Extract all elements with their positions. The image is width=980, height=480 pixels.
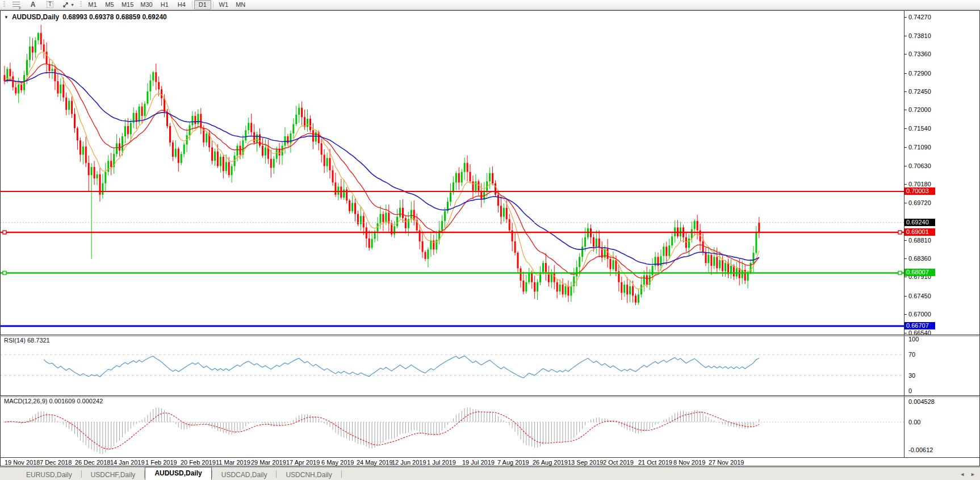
date-axis-label[interactable]: 26 Aug 2019 [533,459,568,466]
price-line-badge: 0.70003 [904,187,935,195]
tab-scroll-left-icon[interactable]: ◄ [960,471,965,477]
date-axis-label[interactable]: 7 Aug 2019 [497,459,529,466]
macd-signal-line [5,412,759,449]
price-axis-tick [904,73,907,74]
price-axis-label[interactable]: 0.69720 [908,199,931,206]
price-axis-label[interactable]: 0.70180 [908,181,931,187]
price-line-badge: 0.68007 [904,269,935,276]
rsi-value: 68.7321 [27,337,50,344]
price-axis-tick [904,203,907,203]
line-handle[interactable] [898,272,902,275]
chart-ohlc-values: 0.68993 0.69378 0.68859 0.69240 [62,13,167,21]
macd-axis-label: 0.004528 [908,398,935,405]
rsi-axis-label: 100 [908,336,919,343]
date-axis-label[interactable]: 13 Sep 2019 [568,459,603,466]
rsi-line [44,356,759,378]
price-axis-label[interactable]: 0.68360 [908,255,931,262]
price-chart-canvas[interactable] [0,0,980,480]
ma-fast-orange [5,52,759,289]
date-axis-label[interactable]: 24 May 2019 [357,459,393,466]
rsi-axis-label: 0 [908,387,912,394]
date-axis-label[interactable]: 1 Feb 2019 [145,459,177,466]
price-axis-label[interactable]: 0.74270 [908,14,931,20]
price-axis-tick [904,333,907,333]
price-axis-label[interactable]: 0.68810 [908,237,931,244]
price-axis-label[interactable]: 0.72900 [908,70,931,77]
tab-scroll-right-icon[interactable]: ► [970,471,975,477]
price-axis-label[interactable]: 0.73360 [908,51,931,57]
chart-title: ▼ AUDUSD,Daily 0.68993 0.69378 0.68859 0… [4,13,167,21]
price-axis-tick [904,314,907,315]
panel-borders [0,11,980,466]
symbol-tab-USDCAD[interactable]: USDCAD,Daily [212,470,277,480]
price-axis-label[interactable]: 0.72000 [908,106,931,113]
date-axis-label[interactable]: 2 Oct 2019 [603,459,634,466]
price-axis-tick [904,147,907,148]
symbol-tab-USDCNH[interactable]: USDCNH,Daily [277,470,341,480]
price-axis-tick [904,128,907,129]
date-axis-label[interactable]: 14 Jan 2019 [110,459,145,466]
price-axis-tick [904,91,907,92]
price-axis-tick [904,184,907,185]
ma-medium-red [5,64,759,279]
price-axis-label[interactable]: 0.72450 [908,88,931,95]
chart-symbol-label: AUDUSD,Daily [12,13,59,21]
date-axis-label[interactable]: 11 Mar 2019 [216,459,250,466]
macd-axis-label: 0.00 [908,419,920,425]
price-axis-tick [904,36,907,36]
macd-indicator-label: MACD(12,26,9) 0.001609 0.000242 [4,398,103,404]
date-axis-label[interactable]: 12 Jun 2019 [392,459,426,466]
ma-slow-blue [5,73,759,265]
price-axis-tick [904,296,907,297]
price-axis-label[interactable]: 0.71540 [908,125,931,132]
date-axis-label[interactable]: 29 Mar 2019 [251,459,286,466]
symbol-tab-bar: EURUSD,DailyUSDCHF,DailyAUDUSD,DailyUSDC… [0,467,980,480]
date-axis-label[interactable]: 27 Nov 2019 [709,459,744,466]
date-axis-label[interactable]: 26 Dec 2018 [75,459,110,466]
date-axis-label[interactable]: 8 Nov 2019 [673,459,705,466]
price-axis-tick [904,17,907,18]
current-price-badge: 0.69240 [904,219,935,226]
symbol-tab-EURUSD[interactable]: EURUSD,Daily [17,470,81,480]
price-axis-label[interactable]: 0.71090 [908,144,931,151]
rsi-axis-label: 30 [908,372,915,379]
candlestick-series [4,24,760,305]
price-axis-label[interactable]: 0.67000 [908,311,931,318]
macd-values: 0.001609 0.000242 [49,398,103,404]
price-axis-label[interactable]: 0.70630 [908,162,931,169]
symbol-tab-USDCHF[interactable]: USDCHF,Daily [82,470,145,480]
tab-separator [341,470,342,478]
price-axis-tick [904,240,907,241]
price-axis-label[interactable]: 0.73810 [908,32,931,39]
date-axis-label[interactable]: 17 Apr 2019 [286,459,320,466]
price-axis-tick [904,277,907,277]
price-axis-tick [904,54,907,55]
price-line-badge: 0.66707 [904,322,935,329]
line-handle[interactable] [3,272,6,275]
line-handle[interactable] [3,231,6,234]
date-axis-label[interactable]: 19 Jul 2019 [462,459,495,466]
price-axis-tick [904,166,907,166]
rsi-indicator-label: RSI(14) 68.7321 [4,337,50,344]
date-axis-label[interactable]: 7 Dec 2018 [40,459,72,466]
date-axis-label[interactable]: 6 May 2019 [321,459,354,466]
price-axis-tick [904,258,907,259]
date-axis-label[interactable]: 19 Nov 2018 [5,459,40,466]
line-handle[interactable] [898,231,902,234]
price-axis-tick [904,110,907,110]
price-line-badge: 0.69001 [904,228,935,236]
date-axis-label[interactable]: 21 Oct 2019 [638,459,672,466]
rsi-axis-label: 70 [908,351,915,358]
date-axis-label[interactable]: 1 Jul 2019 [427,459,456,466]
symbol-dropdown-icon[interactable]: ▼ [4,15,9,20]
symbol-tab-AUDUSD[interactable]: AUDUSD,Daily [145,467,211,480]
price-axis-label[interactable]: 0.67450 [908,293,931,299]
macd-axis-label: -0.00612 [908,446,933,453]
date-axis-label[interactable]: 20 Feb 2019 [181,459,216,466]
